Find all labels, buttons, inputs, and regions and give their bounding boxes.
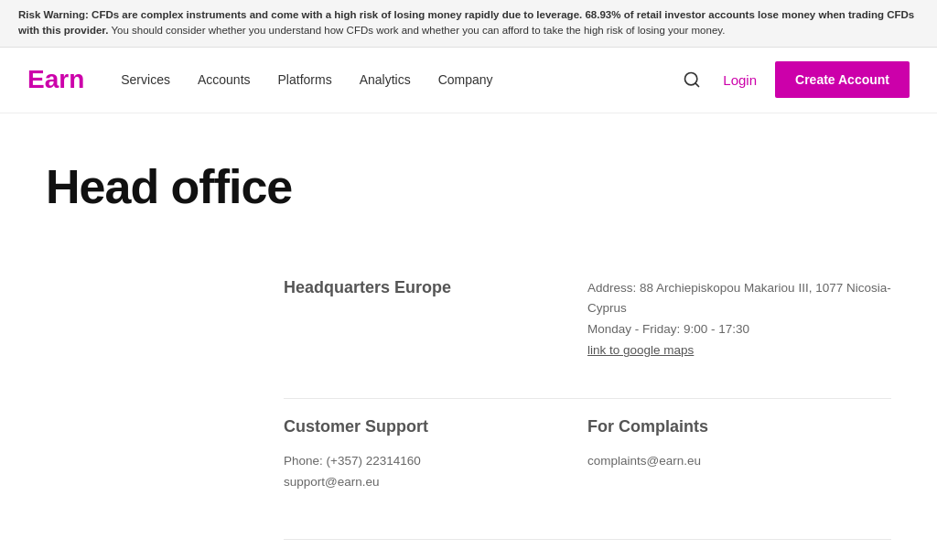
header: Earn Services Accounts Platforms Analyti… <box>0 48 937 113</box>
header-right: Login Create Account <box>679 61 910 98</box>
complaints-email: complaints@earn.eu <box>587 451 891 472</box>
dealing-desk-section: Dealing desk Phone: +357 22024154 tradin… <box>284 540 891 560</box>
nav-item-platforms[interactable]: Platforms <box>278 72 332 87</box>
main-content: Head office Headquarters Europe Address:… <box>0 113 937 561</box>
support-complaints-row: Customer Support Phone: (+357) 22314160 … <box>284 399 891 521</box>
hq-section: Headquarters Europe Address: 88 Archiepi… <box>284 260 891 399</box>
customer-support-title: Customer Support <box>284 417 587 436</box>
svg-line-1 <box>695 83 699 87</box>
search-icon <box>683 70 701 89</box>
page-title: Head office <box>46 159 891 214</box>
main-nav: Services Accounts Platforms Analytics Co… <box>121 72 679 87</box>
support-phone: Phone: (+357) 22314160 <box>284 451 587 472</box>
dealing-desk-block: Dealing desk Phone: +357 22024154 tradin… <box>284 540 891 560</box>
hq-maps-link[interactable]: link to google maps <box>587 340 891 361</box>
complaints-title: For Complaints <box>587 417 891 436</box>
nav-item-accounts[interactable]: Accounts <box>198 72 251 87</box>
support-email: support@earn.eu <box>284 472 587 493</box>
login-button[interactable]: Login <box>723 72 757 88</box>
hq-address: Address: 88 Archiepiskopou Makariou III,… <box>587 278 891 320</box>
nav-item-analytics[interactable]: Analytics <box>360 72 411 87</box>
logo[interactable]: Earn <box>27 65 84 94</box>
nav-item-services[interactable]: Services <box>121 72 170 87</box>
hq-info: Address: 88 Archiepiskopou Makariou III,… <box>587 278 891 362</box>
hq-hours: Monday - Friday: 9:00 - 17:30 <box>587 319 891 340</box>
hq-label-col: Headquarters Europe <box>284 260 587 399</box>
complaints-section: For Complaints complaints@earn.eu <box>587 399 891 521</box>
create-account-button[interactable]: Create Account <box>775 61 910 98</box>
search-button[interactable] <box>679 67 705 92</box>
hq-title: Headquarters Europe <box>284 278 587 297</box>
risk-banner: Risk Warning: CFDs are complex instrumen… <box>0 0 937 48</box>
hq-info-col: Address: 88 Archiepiskopou Makariou III,… <box>587 260 891 399</box>
nav-item-company[interactable]: Company <box>438 72 493 87</box>
risk-banner-rest: You should consider whether you understa… <box>108 25 725 36</box>
customer-support-section: Customer Support Phone: (+357) 22314160 … <box>284 399 587 521</box>
complaints-info: complaints@earn.eu <box>587 451 891 472</box>
customer-support-info: Phone: (+357) 22314160 support@earn.eu <box>284 451 587 493</box>
risk-banner-text: Risk Warning: CFDs are complex instrumen… <box>18 9 914 36</box>
